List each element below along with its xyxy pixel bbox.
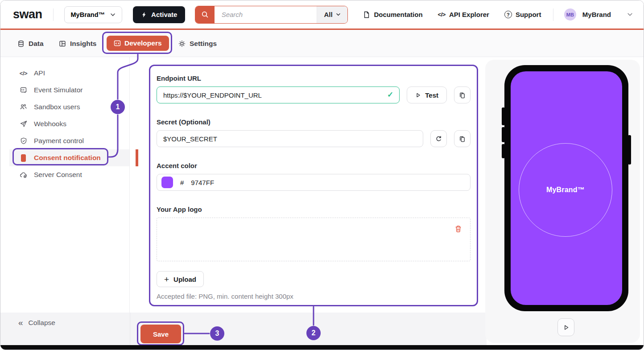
secret-label: Secret (Optional) (157, 118, 471, 127)
tab-insights[interactable]: Insights (59, 30, 96, 57)
tab-developers-label: Developers (124, 39, 162, 47)
sidebar-item-label: Sandbox users (34, 103, 80, 111)
database-icon (17, 40, 25, 47)
header-divider (553, 8, 553, 21)
sidebar-item-label: Payment control (34, 137, 84, 145)
sidebar-item-api[interactable]: </> API (9, 65, 129, 82)
collapse-sidebar-button[interactable]: « Collapse (18, 318, 55, 327)
save-button[interactable]: Save (140, 325, 181, 343)
api-explorer-link[interactable]: </> API Explorer (438, 11, 489, 18)
code-icon: </> (438, 11, 446, 18)
secret-input[interactable] (157, 130, 423, 147)
copy-secret-button[interactable] (454, 130, 471, 147)
regenerate-secret-button[interactable] (430, 130, 447, 147)
account-name: MyBrand (582, 11, 611, 18)
plus-icon: + (164, 275, 169, 284)
reset-icon (435, 136, 442, 142)
endpoint-url-shell: ✓ (157, 86, 400, 103)
sidebar-item-webhooks[interactable]: Webhooks (9, 115, 129, 132)
footer-divider (130, 313, 130, 346)
sidebar-item-label: Consent notification (34, 154, 101, 162)
account-menu[interactable]: MB MyBrand (564, 8, 633, 21)
document-icon (363, 11, 370, 18)
brand-name: MyBrand™ (546, 186, 585, 194)
event-simulator-icon (19, 86, 28, 94)
search-icon[interactable] (195, 6, 214, 23)
play-icon (415, 92, 421, 98)
double-chevron-left-icon: « (18, 318, 23, 327)
swan-logo: swan (13, 8, 42, 21)
phone-mockup: MyBrand™ (504, 65, 628, 311)
trash-icon (454, 225, 462, 233)
activate-button[interactable]: Activate (133, 6, 185, 23)
avatar: MB (564, 8, 576, 21)
chevron-down-icon (110, 13, 116, 16)
search-filter-value: All (324, 11, 332, 18)
phone-screen: MyBrand™ (511, 71, 622, 305)
chevron-down-icon (627, 12, 633, 16)
tab-data[interactable]: Data (17, 30, 44, 57)
sidebar-item-label: API (34, 69, 45, 77)
search-input[interactable] (215, 6, 317, 23)
dev-window-icon (114, 40, 121, 47)
accent-color-input[interactable] (191, 179, 466, 186)
api-explorer-label: API Explorer (449, 11, 489, 18)
question-icon: ? (504, 11, 512, 18)
test-endpoint-button[interactable]: Test (407, 86, 447, 103)
project-selector[interactable]: MyBrand™ (64, 6, 123, 23)
color-swatch[interactable] (161, 177, 173, 188)
footer-strip (0, 313, 487, 346)
users-icon (19, 103, 28, 111)
copy-icon (459, 136, 466, 142)
play-icon (563, 324, 570, 331)
tab-developers[interactable]: Developers (107, 36, 169, 51)
test-label: Test (425, 91, 438, 99)
sidebar-item-sandbox-users[interactable]: Sandbox users (9, 99, 129, 115)
gear-icon (178, 40, 186, 47)
upload-logo-button[interactable]: + Upload (157, 271, 204, 287)
header-divider (53, 8, 54, 21)
tab-insights-label: Insights (70, 40, 96, 48)
shield-check-icon (19, 137, 28, 144)
endpoint-url-label: Endpoint URL (157, 74, 471, 83)
sidebar-item-payment-control[interactable]: Payment control (9, 132, 129, 149)
sidebar-item-consent-notification[interactable]: Consent notification (9, 149, 129, 166)
secret-shell (157, 130, 423, 147)
sidebar-item-event-simulator[interactable]: Event Simulator (9, 82, 129, 99)
preview-play-button[interactable] (557, 318, 574, 336)
header-links: Documentation </> API Explorer ? Support (363, 11, 541, 18)
project-selector-label: MyBrand™ (71, 11, 105, 18)
upload-hint: Accepted file: PNG, min. content height … (157, 292, 471, 300)
developers-sidebar: </> API Event Simulator Sandbox users W (0, 57, 130, 313)
copy-endpoint-button[interactable] (454, 86, 471, 103)
grid-icon (59, 40, 66, 47)
search-filter-select[interactable]: All (317, 6, 348, 23)
sidebar-item-server-consent[interactable]: Server Consent (9, 166, 129, 183)
accent-color-field: # (157, 174, 471, 191)
support-link[interactable]: ? Support (504, 11, 541, 18)
documentation-label: Documentation (374, 11, 422, 18)
support-label: Support (516, 11, 541, 18)
main-nav: Data Insights Developers Settings Sandbo… (0, 30, 644, 57)
tab-settings[interactable]: Settings (178, 30, 217, 57)
valid-check-icon: ✓ (387, 90, 393, 99)
collapse-label: Collapse (29, 319, 55, 327)
search-bar: All (195, 6, 348, 24)
endpoint-url-input[interactable] (157, 86, 400, 103)
chevron-down-icon (336, 13, 341, 16)
sidebar-item-label: Webhooks (34, 120, 66, 128)
upload-label: Upload (173, 276, 196, 283)
delete-logo-button[interactable] (454, 225, 462, 234)
logo-dropzone[interactable] (157, 218, 471, 261)
lightning-icon (141, 11, 147, 18)
send-icon (19, 120, 28, 128)
sidebar-item-label: Event Simulator (34, 86, 83, 94)
window-bottom-edge (0, 345, 644, 350)
documentation-link[interactable]: Documentation (363, 11, 422, 18)
phone-side-button (502, 127, 505, 142)
code-icon: </> (19, 70, 28, 77)
consent-notification-form: Endpoint URL ✓ Test Secret (Optional) (149, 65, 478, 306)
top-header: swan MyBrand™ Activate All (0, 0, 644, 29)
accent-color-label: Accent color (157, 161, 471, 170)
phone-side-button (628, 135, 631, 165)
